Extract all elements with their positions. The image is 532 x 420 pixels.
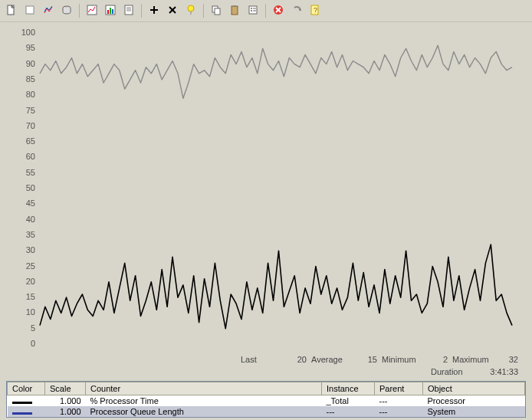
svg-text:75: 75 [26, 106, 35, 115]
properties-button[interactable] [245, 2, 261, 19]
minimum-value: 2 [423, 355, 448, 364]
svg-text:15: 15 [26, 292, 35, 301]
new-counter-set-button[interactable] [3, 2, 20, 19]
view-histogram-icon [105, 5, 116, 17]
svg-text:90: 90 [26, 59, 35, 68]
counter-table: Color Scale Counter Instance Parent Obje… [6, 381, 526, 418]
copy-icon [211, 5, 222, 17]
cell-object: System [423, 406, 525, 417]
svg-text:95: 95 [26, 43, 35, 52]
header-color[interactable]: Color [8, 382, 45, 395]
cell-object: Processor [423, 395, 525, 407]
maximum-label: Maximum [452, 355, 489, 364]
view-histogram-button[interactable] [102, 2, 119, 19]
svg-text:85: 85 [26, 74, 35, 84]
svg-point-24 [251, 10, 252, 11]
clear-button[interactable] [21, 2, 38, 19]
cell-instance: --- [322, 406, 375, 417]
cell-instance: _Total [322, 395, 375, 407]
average-label: Average [311, 355, 348, 364]
delete-button[interactable] [164, 2, 181, 19]
svg-rect-21 [233, 5, 236, 7]
table-header-row: Color Scale Counter Instance Parent Obje… [8, 382, 525, 395]
header-instance[interactable]: Instance [322, 382, 375, 395]
svg-rect-6 [110, 8, 111, 14]
svg-text:25: 25 [26, 261, 35, 271]
svg-text:10: 10 [26, 307, 35, 317]
view-report-icon [123, 5, 134, 17]
average-value: 15 [353, 355, 377, 364]
svg-point-16 [188, 5, 194, 11]
cell-scale: 1.000 [45, 395, 86, 407]
add-icon [149, 5, 159, 17]
clear-icon [25, 5, 35, 17]
cell-parent: --- [375, 395, 423, 407]
toolbar: ? [0, 0, 532, 22]
view-chart-icon [87, 5, 97, 17]
paste-icon [229, 5, 240, 17]
svg-text:0: 0 [31, 339, 35, 348]
cell-color [8, 406, 45, 417]
svg-text:40: 40 [26, 215, 35, 224]
update-button[interactable] [288, 2, 305, 19]
stats-bar: Last 20 Average 15 Minimum 2 Maximum 32 [0, 353, 532, 366]
svg-text:50: 50 [26, 183, 35, 192]
duration-value: 3:41:33 [472, 367, 518, 376]
svg-rect-1 [26, 6, 34, 14]
last-value: 20 [282, 355, 307, 364]
cell-parent: --- [375, 406, 423, 417]
svg-rect-22 [249, 6, 257, 14]
view-report-button[interactable] [120, 2, 137, 19]
view-current-button[interactable] [40, 2, 57, 19]
svg-text:80: 80 [26, 90, 35, 99]
stats-bar-2: Duration 3:41:33 [0, 366, 532, 378]
svg-rect-8 [125, 5, 133, 15]
maximum-value: 32 [494, 355, 518, 364]
svg-point-23 [251, 8, 252, 9]
help-icon: ? [310, 5, 320, 17]
last-label: Last [241, 355, 277, 364]
header-object[interactable]: Object [423, 382, 525, 395]
svg-text:30: 30 [26, 245, 35, 254]
line-chart: 0510152025303540455055606570758085909510… [6, 28, 520, 350]
new-counter-set-icon [6, 5, 17, 17]
svg-rect-19 [215, 8, 220, 15]
header-counter[interactable]: Counter [86, 382, 322, 395]
svg-text:60: 60 [26, 152, 35, 161]
svg-text:70: 70 [26, 121, 35, 130]
add-button[interactable] [146, 2, 163, 19]
minimum-label: Minimum [382, 355, 419, 364]
view-log-icon [61, 5, 72, 17]
paste-button[interactable] [226, 2, 243, 19]
highlight-icon [186, 5, 196, 17]
freeze-icon [273, 5, 284, 17]
svg-rect-7 [112, 9, 113, 14]
cell-color [8, 395, 45, 407]
view-current-icon [43, 5, 54, 17]
update-icon [291, 5, 302, 17]
view-log-button[interactable] [58, 2, 75, 19]
cell-counter: Processor Queue Length [86, 406, 322, 417]
copy-button[interactable] [208, 2, 225, 19]
svg-text:35: 35 [26, 230, 35, 239]
svg-text:65: 65 [26, 136, 35, 146]
svg-rect-5 [107, 10, 109, 14]
duration-label: Duration [431, 367, 468, 376]
svg-text:?: ? [314, 6, 317, 14]
header-parent[interactable]: Parent [375, 382, 423, 395]
cell-counter: % Processor Time [86, 395, 322, 407]
chart-area: 0510152025303540455055606570758085909510… [0, 22, 532, 353]
help-button[interactable]: ? [307, 2, 323, 19]
highlight-button[interactable] [182, 2, 199, 19]
delete-icon [167, 5, 178, 17]
table-row[interactable]: 1.000% Processor Time_Total---Processor [8, 395, 525, 407]
svg-text:55: 55 [26, 168, 35, 177]
view-chart-button[interactable] [84, 2, 100, 19]
freeze-button[interactable] [270, 2, 287, 19]
properties-icon [248, 5, 258, 17]
svg-text:20: 20 [26, 277, 35, 286]
table-row[interactable]: 1.000Processor Queue Length------System [8, 406, 525, 417]
svg-text:45: 45 [26, 199, 35, 208]
header-scale[interactable]: Scale [45, 382, 86, 395]
svg-rect-20 [232, 6, 238, 15]
